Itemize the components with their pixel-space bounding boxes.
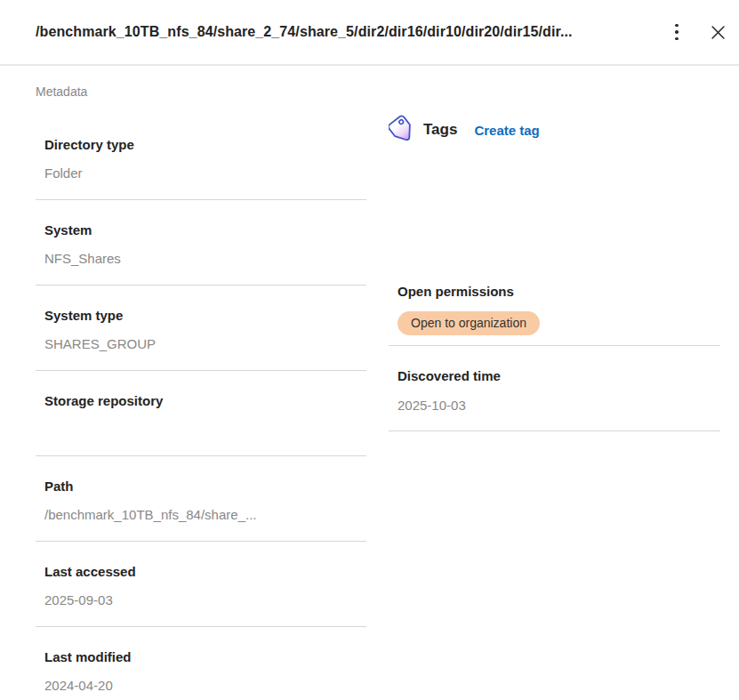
field-row-system-type: System type SHARES_GROUP [36,286,366,371]
panel-header: /benchmark_10TB_nfs_84/share_2_74/share_… [0,0,739,66]
field-value: NFS_Shares [44,252,366,265]
field-label: Directory type [44,137,366,152]
tags-permissions-section: Tags Create tag Open permissions Open to… [389,66,720,431]
field-row-path: Path /benchmark_10TB_nfs_84/share_... [36,456,366,542]
field-row-system: System NFS_Shares [36,200,366,286]
field-value: 2024-04-20 [44,679,366,692]
field-label: Last modified [44,649,366,664]
open-permissions-badge-row: Open to organization [398,311,720,335]
panel-title: /benchmark_10TB_nfs_84/share_2_74/share_… [36,24,663,40]
close-icon [711,26,725,39]
tags-title: Tags [423,121,457,139]
field-value: /benchmark_10TB_nfs_84/share_... [44,508,366,521]
create-tag-link[interactable]: Create tag [474,123,539,138]
discovered-time-label: Discovered time [398,368,720,383]
field-row-directory-type: Directory type Folder [36,115,366,200]
more-options-button[interactable] [663,18,691,46]
field-label: Storage repository [44,393,366,408]
permission-badge: Open to organization [398,311,540,335]
field-row-last-accessed: Last accessed 2025-09-03 [36,542,366,627]
discovered-time-value: 2025-10-03 [398,398,720,412]
tags-header: Tags Create tag [389,114,720,146]
field-label: Last accessed [44,564,366,579]
field-row-storage-repository: Storage repository [36,371,366,456]
tag-icon [389,114,415,146]
field-label: System [44,222,366,237]
field-value [44,422,366,436]
field-value: 2025-09-03 [44,593,366,607]
metadata-section: Metadata Directory type Folder System NF… [36,66,366,700]
divider [389,345,720,346]
field-label: Path [44,479,366,494]
kebab-vertical-icon [675,24,679,41]
field-row-last-modified: Last modified 2024-04-20 [36,627,366,700]
close-button[interactable] [703,18,732,46]
field-value: Folder [44,166,366,180]
divider [389,430,720,431]
field-label: System type [44,308,366,323]
metadata-section-label: Metadata [36,84,366,99]
field-value: SHARES_GROUP [44,337,366,350]
open-permissions-label: Open permissions [398,284,720,299]
